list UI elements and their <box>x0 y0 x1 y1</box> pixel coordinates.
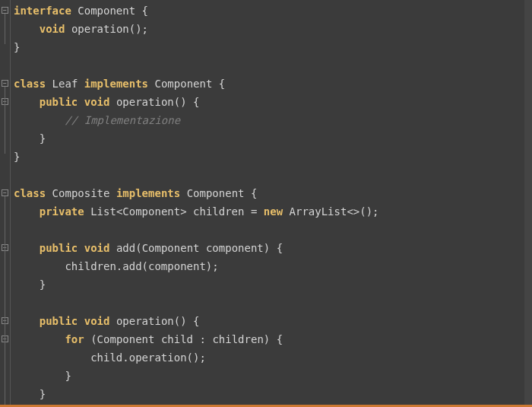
code-line[interactable]: } <box>14 275 532 294</box>
token-kw: void <box>84 315 110 327</box>
code-line[interactable] <box>14 166 532 184</box>
code-line[interactable]: class Leaf implements Component { <box>14 75 532 93</box>
token-paren: { <box>277 242 283 254</box>
token-paren: { <box>219 78 225 90</box>
token-name: children.add(component); <box>65 260 218 272</box>
token-paren: { <box>251 187 257 199</box>
token-op: = <box>251 205 257 218</box>
token-paren: } <box>40 132 46 145</box>
fold-guide <box>5 14 5 44</box>
code-line[interactable] <box>14 56 532 75</box>
token-method: operation <box>116 96 174 108</box>
token-op: : <box>200 333 206 345</box>
token-paren: { <box>193 96 199 108</box>
token-kw: private <box>40 205 84 218</box>
token-paren: } <box>65 370 71 382</box>
token-paren: } <box>40 278 46 291</box>
token-name: child.operation(); <box>90 351 206 364</box>
code-line[interactable]: private List<Component> children = new A… <box>14 202 532 221</box>
code-line[interactable] <box>14 221 532 239</box>
code-line[interactable]: children.add(component); <box>14 257 532 275</box>
code-line[interactable] <box>14 294 532 312</box>
token-paren: } <box>40 388 46 400</box>
token-paren: } <box>14 41 20 53</box>
token-paren: () <box>174 315 187 327</box>
token-name: children <box>193 205 244 218</box>
token-kw: class <box>14 78 46 90</box>
token-paren: ) <box>264 242 270 254</box>
token-name: children <box>212 333 263 345</box>
code-line[interactable]: // Implementazione <box>14 111 532 129</box>
token-kw: public <box>40 96 78 108</box>
code-line[interactable]: public void operation() { <box>14 93 532 111</box>
code-line[interactable]: } <box>14 38 532 56</box>
code-line[interactable]: interface Component { <box>14 2 532 20</box>
token-kw: void <box>84 242 110 254</box>
code-line[interactable]: } <box>14 129 532 148</box>
token-type: List<Component> <box>90 205 186 218</box>
fold-guide <box>5 342 5 373</box>
code-editor[interactable]: −−−−−−− interface Component { void opera… <box>0 0 532 407</box>
code-line[interactable]: public void add(Component component) { <box>14 239 532 257</box>
code-line[interactable]: } <box>14 367 532 385</box>
token-paren: ) <box>264 333 270 345</box>
code-line[interactable]: void operation(); <box>14 20 532 38</box>
token-paren: ( <box>135 242 141 254</box>
token-type: Leaf <box>52 78 78 90</box>
fold-toggle-icon[interactable]: − <box>2 189 8 196</box>
gutter[interactable]: −−−−−−− <box>0 0 11 407</box>
token-method: operation <box>71 23 129 35</box>
token-paren: } <box>14 151 20 163</box>
token-type: Component <box>78 5 135 17</box>
token-method: add <box>116 242 135 254</box>
token-kw: public <box>40 242 78 254</box>
code-line[interactable]: public void operation() { <box>14 312 532 330</box>
token-comment: // Implementazione <box>65 114 180 126</box>
code-line[interactable]: for (Component child : children) { <box>14 330 532 348</box>
token-paren: ( <box>90 333 97 345</box>
token-type: Composite <box>52 187 110 199</box>
token-kw: implements <box>116 187 180 199</box>
token-paren: () <box>174 96 187 108</box>
vertical-scrollbar[interactable] <box>524 0 532 407</box>
token-name: component <box>206 242 264 254</box>
token-paren: { <box>277 333 283 345</box>
token-type: ArrayList<>(); <box>290 205 379 218</box>
token-kw: for <box>65 333 84 345</box>
fold-guide <box>5 251 5 281</box>
token-kw: implements <box>84 78 148 90</box>
token-kw: interface <box>14 5 71 17</box>
token-type: Component <box>154 78 212 90</box>
token-kw: void <box>84 96 110 108</box>
token-method: operation <box>116 315 174 327</box>
token-kw: new <box>264 205 283 218</box>
code-area[interactable]: interface Component { void operation();}… <box>11 0 532 407</box>
token-paren: { <box>142 5 148 17</box>
code-line[interactable]: } <box>14 148 532 166</box>
token-kw: class <box>14 187 46 199</box>
token-paren: (); <box>129 23 148 35</box>
code-line[interactable]: class Composite implements Component { <box>14 184 532 202</box>
code-line[interactable]: child.operation(); <box>14 348 532 367</box>
token-paren: { <box>193 315 199 327</box>
token-type: Component <box>97 333 155 345</box>
fold-toggle-icon[interactable]: − <box>2 7 8 14</box>
token-name: child <box>161 333 193 345</box>
token-kw: void <box>40 23 65 35</box>
token-kw: public <box>40 315 78 327</box>
fold-toggle-icon[interactable]: − <box>2 80 8 87</box>
code-line[interactable]: } <box>14 385 532 403</box>
fold-guide <box>5 105 5 135</box>
token-type: Component <box>142 242 200 254</box>
token-type: Component <box>187 187 245 199</box>
